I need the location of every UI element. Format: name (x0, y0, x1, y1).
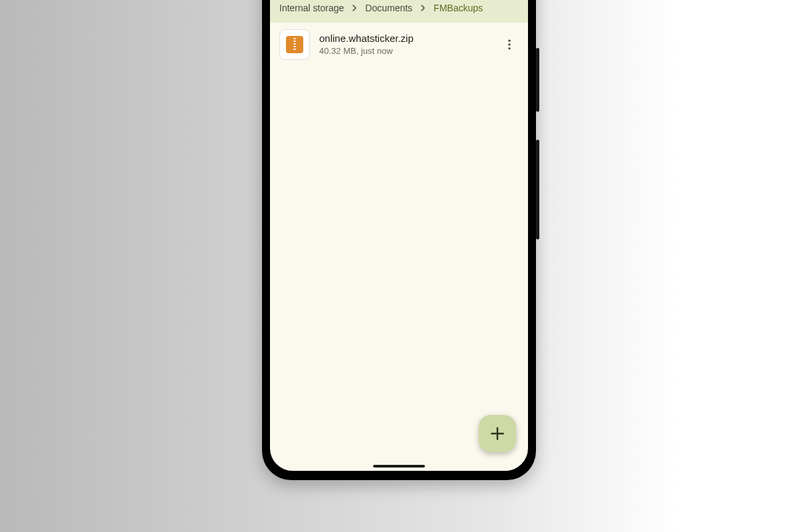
phone-screen: Internal storage Internal storage (270, 0, 528, 471)
chevron-right-icon (349, 3, 360, 13)
more-vert-icon (503, 38, 516, 51)
breadcrumb: Internal storage Documents FMBackups (270, 0, 528, 23)
plus-icon (489, 425, 506, 442)
file-more-button[interactable] (495, 30, 524, 59)
file-meta: 40.32 MB, just now (319, 46, 485, 57)
file-text: online.whatsticker.zip 40.32 MB, just no… (319, 33, 485, 57)
zip-file-icon (286, 36, 303, 53)
file-name: online.whatsticker.zip (319, 33, 485, 45)
file-row[interactable]: online.whatsticker.zip 40.32 MB, just no… (270, 23, 528, 66)
phone-frame: Internal storage Internal storage (262, 0, 536, 480)
breadcrumb-item[interactable]: Documents (365, 3, 412, 13)
svg-point-10 (508, 43, 510, 45)
app-bar: Internal storage Internal storage (270, 0, 528, 23)
file-list: online.whatsticker.zip 40.32 MB, just no… (270, 23, 528, 471)
breadcrumb-item-current: FMBackups (434, 3, 483, 13)
svg-point-9 (508, 40, 510, 42)
breadcrumb-item[interactable]: Internal storage (279, 3, 344, 13)
file-thumbnail (279, 29, 310, 60)
add-fab[interactable] (479, 415, 516, 452)
gesture-handle[interactable] (373, 465, 425, 467)
svg-point-11 (508, 47, 510, 49)
chevron-right-icon (418, 3, 428, 13)
